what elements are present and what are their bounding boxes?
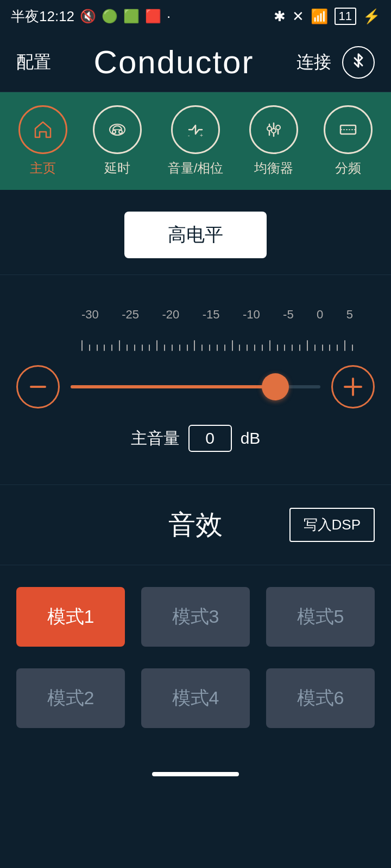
scale-tick bbox=[322, 344, 323, 351]
scale-tick bbox=[97, 344, 98, 351]
home-icon bbox=[31, 118, 55, 142]
bottom-bar bbox=[0, 761, 391, 788]
scale-tick bbox=[111, 344, 112, 351]
scale-label-n25: -25 bbox=[122, 308, 139, 322]
scale-label-n5: -5 bbox=[283, 308, 294, 322]
bluetooth-icon bbox=[351, 53, 366, 72]
scale-tick bbox=[164, 344, 165, 351]
tab-delay[interactable]: 延时 bbox=[93, 105, 142, 177]
volume-increase-button[interactable] bbox=[331, 365, 375, 409]
svg-text:+: + bbox=[200, 132, 203, 138]
scale-tick bbox=[149, 344, 150, 351]
tab-delay-label: 延时 bbox=[104, 159, 130, 177]
scale-label-n30: -30 bbox=[81, 308, 99, 322]
svg-point-2 bbox=[112, 130, 116, 133]
eq-icon-wrap bbox=[249, 105, 298, 154]
scale-tick bbox=[344, 340, 345, 351]
dot-icon: · bbox=[167, 8, 171, 25]
tab-crossover-label: 分频 bbox=[335, 159, 361, 177]
volume-icon-wrap: - + bbox=[171, 105, 220, 154]
scale-tick bbox=[127, 344, 128, 351]
scale-tick bbox=[337, 344, 338, 351]
svg-point-10 bbox=[272, 129, 276, 133]
car-icon bbox=[105, 118, 129, 142]
wifi-icon: 📶 bbox=[311, 8, 328, 25]
scale-tick bbox=[277, 344, 278, 351]
top-nav: 配置 Conductor 连接 bbox=[0, 33, 391, 92]
high-level-button[interactable]: 高电平 bbox=[124, 212, 267, 258]
scale-tick bbox=[81, 340, 83, 351]
app3-icon: 🟥 bbox=[145, 9, 161, 24]
scale-tick bbox=[247, 344, 248, 351]
mute-icon: 🔇 bbox=[80, 9, 96, 24]
slider-row bbox=[16, 365, 375, 409]
scale-tick bbox=[232, 340, 233, 351]
scale-tick bbox=[262, 344, 263, 351]
connect-button[interactable]: 连接 bbox=[297, 50, 331, 74]
scale-tick bbox=[134, 344, 135, 351]
scale-ticks bbox=[81, 338, 353, 351]
scale-label-0: 0 bbox=[317, 308, 323, 322]
crossover-icon bbox=[336, 118, 360, 142]
app-title: Conductor bbox=[94, 43, 254, 81]
write-dsp-button[interactable]: 写入DSP bbox=[289, 508, 375, 542]
mode3-button[interactable]: 模式3 bbox=[141, 587, 250, 647]
scale-tick bbox=[89, 344, 90, 351]
config-button[interactable]: 配置 bbox=[16, 50, 51, 74]
volume-unit: dB bbox=[241, 429, 261, 448]
slider-thumb[interactable] bbox=[262, 373, 289, 400]
sound-effects-title: 音效 bbox=[168, 507, 223, 543]
svg-text:-: - bbox=[188, 132, 190, 138]
volume-slider[interactable] bbox=[71, 371, 320, 403]
scale-tick bbox=[269, 340, 270, 351]
tab-volume-phase[interactable]: - + 音量/相位 bbox=[168, 105, 224, 177]
mode1-button[interactable]: 模式1 bbox=[16, 587, 125, 647]
scale-tick bbox=[224, 344, 225, 351]
tab-equalizer[interactable]: 均衡器 bbox=[249, 105, 298, 177]
high-level-section: 高电平 bbox=[0, 190, 391, 275]
mode4-button[interactable]: 模式4 bbox=[141, 668, 250, 728]
scale-tick bbox=[104, 344, 105, 351]
volume-value-display[interactable]: 0 bbox=[188, 425, 232, 452]
screen-icon: ✕ bbox=[292, 8, 304, 25]
status-time: 半夜12:12 bbox=[11, 7, 74, 26]
svg-point-3 bbox=[119, 130, 122, 133]
crossover-icon-wrap bbox=[324, 105, 373, 154]
scale-label-n10: -10 bbox=[243, 308, 260, 322]
home-icon-wrap bbox=[18, 105, 67, 154]
scale-tick bbox=[299, 344, 300, 351]
status-right: ✱ ✕ 📶 11 ⚡ bbox=[274, 8, 380, 25]
minus-icon bbox=[30, 386, 46, 388]
bluetooth-button[interactable] bbox=[342, 46, 375, 79]
tab-crossover[interactable]: 分频 bbox=[324, 105, 373, 177]
mode2-button[interactable]: 模式2 bbox=[16, 668, 125, 728]
scale-tick bbox=[156, 340, 157, 351]
scale-tick bbox=[217, 344, 218, 351]
home-indicator bbox=[152, 772, 239, 776]
modes-row-2: 模式2 模式4 模式6 bbox=[16, 668, 375, 728]
sound-effects-section: 音效 写入DSP bbox=[0, 485, 391, 565]
scale-tick bbox=[201, 344, 203, 351]
scale-tick bbox=[307, 340, 308, 351]
svg-rect-13 bbox=[30, 386, 46, 388]
scale-tick bbox=[284, 344, 285, 351]
mode5-button[interactable]: 模式5 bbox=[266, 587, 375, 647]
app2-icon: 🟩 bbox=[123, 9, 140, 24]
slider-track bbox=[71, 385, 320, 388]
mode6-button[interactable]: 模式6 bbox=[266, 668, 375, 728]
scale-tick bbox=[239, 344, 240, 351]
nav-right: 连接 bbox=[297, 46, 375, 79]
scale-tick bbox=[209, 344, 210, 351]
volume-decrease-button[interactable] bbox=[16, 365, 60, 409]
scale-label-n15: -15 bbox=[203, 308, 220, 322]
scale-tick bbox=[172, 344, 173, 351]
svg-point-11 bbox=[276, 125, 280, 130]
modes-section: 模式1 模式3 模式5 模式2 模式4 模式6 bbox=[0, 565, 391, 761]
eq-icon bbox=[262, 118, 286, 142]
tab-home[interactable]: 主页 bbox=[18, 105, 67, 177]
battery-icon: 11 bbox=[335, 8, 356, 25]
svg-point-9 bbox=[267, 126, 272, 131]
scale-tick bbox=[194, 340, 195, 351]
scale-tick bbox=[187, 344, 188, 351]
plus-icon bbox=[344, 378, 362, 396]
